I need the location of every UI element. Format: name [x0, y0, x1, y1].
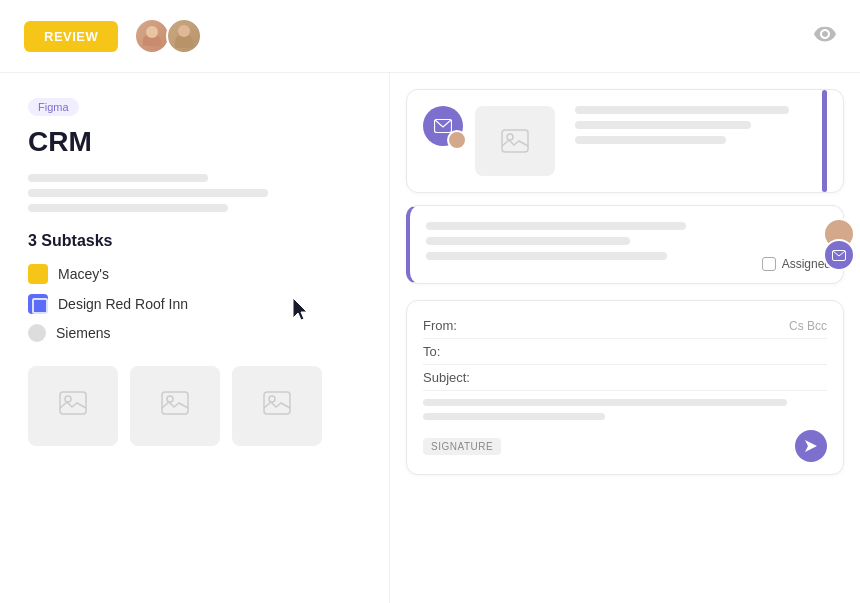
email-image-1: [475, 106, 555, 176]
svg-point-3: [167, 396, 173, 402]
send-button[interactable]: [795, 430, 827, 462]
icon-blue: [28, 294, 48, 314]
figma-badge: Figma: [28, 98, 79, 116]
email-content-lines-1: [575, 106, 827, 151]
subtask-label-siemens: Siemens: [56, 325, 110, 341]
compose-body[interactable]: [423, 399, 827, 420]
avatar-2: [166, 18, 202, 54]
c2line-3: [426, 252, 667, 260]
subtask-item-design-red-roof[interactable]: Design Red Roof Inn: [28, 294, 361, 314]
svg-rect-7: [502, 130, 528, 152]
compose-from-field: From: Cs Bcc: [423, 313, 827, 339]
from-label: From:: [423, 318, 483, 333]
svg-point-1: [65, 396, 71, 402]
avatar-1: [134, 18, 170, 54]
email-inner-1: [475, 106, 827, 176]
svg-rect-4: [264, 392, 290, 414]
to-label: To:: [423, 344, 483, 359]
top-bar: REVIEW: [0, 0, 860, 73]
subtask-item-siemens[interactable]: Siemens: [28, 324, 361, 342]
email-sender-avatar-1: [447, 130, 467, 150]
avatars-group: [134, 18, 202, 54]
svg-point-8: [507, 134, 513, 140]
thumbnail-2[interactable]: [130, 366, 220, 446]
body-line-2: [423, 413, 605, 420]
description-lines: [28, 174, 361, 212]
desc-line-1: [28, 174, 208, 182]
review-button[interactable]: REVIEW: [24, 21, 118, 52]
content-line-1: [575, 106, 789, 114]
compose-subject-field: Subject:: [423, 365, 827, 391]
icon-yellow: [28, 264, 48, 284]
thumbnails: [28, 366, 361, 446]
assigned-badge: Assigned: [762, 257, 831, 271]
email-icon-right: [823, 239, 855, 271]
main-content: Figma CRM 3 Subtasks Macey's Design Red …: [0, 73, 860, 603]
email-card2-lines: [426, 222, 827, 260]
compose-to-field: To:: [423, 339, 827, 365]
content-line-2: [575, 121, 751, 129]
subtask-label-design-red-roof: Design Red Roof Inn: [58, 296, 188, 312]
page-title: CRM: [28, 126, 361, 158]
desc-line-2: [28, 189, 268, 197]
desc-line-3: [28, 204, 228, 212]
subtask-list: Macey's Design Red Roof Inn Siemens: [28, 264, 361, 342]
image-icon-1: [59, 391, 87, 421]
svg-point-5: [269, 396, 275, 402]
c2line-1: [426, 222, 686, 230]
email-card-2[interactable]: Assigned: [406, 205, 844, 284]
eye-icon[interactable]: [814, 25, 836, 48]
cc-bcc-label[interactable]: Cs Bcc: [789, 319, 827, 333]
content-line-3: [575, 136, 726, 144]
left-panel: Figma CRM 3 Subtasks Macey's Design Red …: [0, 73, 390, 603]
icon-gray: [28, 324, 46, 342]
accent-bar-1: [822, 90, 827, 192]
image-icon-3: [263, 391, 291, 421]
svg-rect-2: [162, 392, 188, 414]
compose-area: From: Cs Bcc To: Subject: SIGNATURE: [406, 300, 844, 475]
email-card-1[interactable]: [406, 89, 844, 193]
subject-label: Subject:: [423, 370, 483, 385]
svg-rect-0: [60, 392, 86, 414]
thumbnail-1[interactable]: [28, 366, 118, 446]
image-icon-2: [161, 391, 189, 421]
thumbnail-3[interactable]: [232, 366, 322, 446]
email-avatar-wrap-1: [423, 106, 463, 146]
signature-badge: SIGNATURE: [423, 438, 501, 455]
body-line-1: [423, 399, 787, 406]
compose-footer: SIGNATURE: [423, 430, 827, 462]
subtask-item-maceys[interactable]: Macey's: [28, 264, 361, 284]
subtask-label-maceys: Macey's: [58, 266, 109, 282]
right-panel: Assigned From: Cs Bcc To: Subje: [390, 73, 860, 603]
subtasks-heading: 3 Subtasks: [28, 232, 361, 250]
assigned-checkbox[interactable]: [762, 257, 776, 271]
c2line-2: [426, 237, 630, 245]
